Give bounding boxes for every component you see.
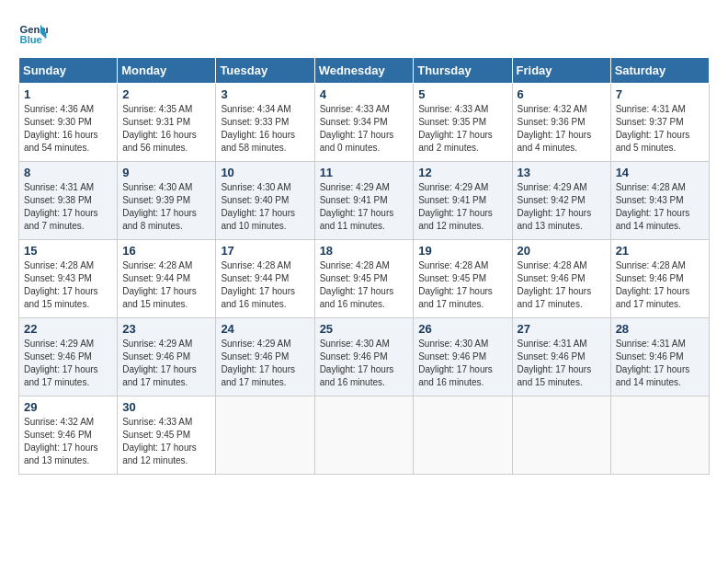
calendar-cell: 28 Sunrise: 4:31 AM Sunset: 9:46 PM Dayl… bbox=[610, 318, 709, 396]
day-number: 18 bbox=[320, 244, 409, 258]
day-number: 12 bbox=[418, 166, 506, 179]
day-number: 5 bbox=[418, 87, 506, 101]
day-info: Sunrise: 4:30 AM Sunset: 9:39 PM Dayligh… bbox=[122, 181, 210, 233]
calendar-cell: 19 Sunrise: 4:28 AM Sunset: 9:45 PM Dayl… bbox=[414, 240, 512, 318]
calendar-cell: 12 Sunrise: 4:29 AM Sunset: 9:41 PM Dayl… bbox=[414, 162, 512, 240]
weekday-header: Wednesday bbox=[314, 58, 414, 84]
day-info: Sunrise: 4:32 AM Sunset: 9:46 PM Dayligh… bbox=[24, 416, 112, 467]
calendar-cell bbox=[314, 396, 414, 475]
day-number: 26 bbox=[418, 322, 506, 336]
day-info: Sunrise: 4:28 AM Sunset: 9:43 PM Dayligh… bbox=[24, 259, 112, 311]
day-info: Sunrise: 4:29 AM Sunset: 9:41 PM Dayligh… bbox=[320, 181, 409, 233]
day-info: Sunrise: 4:29 AM Sunset: 9:41 PM Dayligh… bbox=[418, 181, 506, 233]
calendar-week: 1 Sunrise: 4:36 AM Sunset: 9:30 PM Dayli… bbox=[19, 84, 710, 162]
day-info: Sunrise: 4:31 AM Sunset: 9:46 PM Dayligh… bbox=[518, 338, 606, 389]
calendar-cell: 27 Sunrise: 4:31 AM Sunset: 9:46 PM Dayl… bbox=[512, 318, 610, 396]
day-info: Sunrise: 4:29 AM Sunset: 9:46 PM Dayligh… bbox=[24, 338, 112, 389]
calendar-cell: 20 Sunrise: 4:28 AM Sunset: 9:46 PM Dayl… bbox=[512, 240, 610, 318]
calendar-cell: 21 Sunrise: 4:28 AM Sunset: 9:46 PM Dayl… bbox=[610, 240, 709, 318]
day-info: Sunrise: 4:33 AM Sunset: 9:35 PM Dayligh… bbox=[418, 103, 506, 155]
logo: General Blue bbox=[18, 18, 51, 48]
calendar-cell: 13 Sunrise: 4:29 AM Sunset: 9:42 PM Dayl… bbox=[512, 162, 610, 240]
day-number: 21 bbox=[616, 244, 704, 258]
day-number: 27 bbox=[518, 322, 606, 336]
day-number: 30 bbox=[122, 400, 210, 414]
calendar-cell bbox=[414, 396, 512, 475]
day-info: Sunrise: 4:28 AM Sunset: 9:46 PM Dayligh… bbox=[616, 259, 704, 311]
calendar-cell: 24 Sunrise: 4:29 AM Sunset: 9:46 PM Dayl… bbox=[216, 318, 314, 396]
day-info: Sunrise: 4:31 AM Sunset: 9:46 PM Dayligh… bbox=[616, 338, 704, 389]
day-info: Sunrise: 4:28 AM Sunset: 9:44 PM Dayligh… bbox=[122, 259, 210, 311]
day-number: 6 bbox=[518, 87, 606, 101]
calendar-cell bbox=[216, 396, 314, 475]
calendar-cell: 22 Sunrise: 4:29 AM Sunset: 9:46 PM Dayl… bbox=[19, 318, 118, 396]
calendar-cell: 11 Sunrise: 4:29 AM Sunset: 9:41 PM Dayl… bbox=[314, 162, 414, 240]
day-number: 22 bbox=[24, 322, 112, 336]
calendar-cell: 6 Sunrise: 4:32 AM Sunset: 9:36 PM Dayli… bbox=[512, 84, 610, 162]
day-info: Sunrise: 4:30 AM Sunset: 9:40 PM Dayligh… bbox=[221, 181, 309, 233]
calendar-week: 22 Sunrise: 4:29 AM Sunset: 9:46 PM Dayl… bbox=[19, 318, 710, 396]
calendar-week: 8 Sunrise: 4:31 AM Sunset: 9:38 PM Dayli… bbox=[19, 162, 710, 240]
weekday-header: Saturday bbox=[610, 58, 709, 84]
day-number: 13 bbox=[518, 166, 606, 179]
day-info: Sunrise: 4:28 AM Sunset: 9:46 PM Dayligh… bbox=[518, 259, 606, 311]
day-number: 14 bbox=[616, 166, 704, 179]
day-number: 23 bbox=[122, 322, 210, 336]
day-number: 10 bbox=[221, 166, 309, 179]
calendar-week: 29 Sunrise: 4:32 AM Sunset: 9:46 PM Dayl… bbox=[19, 396, 710, 475]
day-info: Sunrise: 4:34 AM Sunset: 9:33 PM Dayligh… bbox=[221, 103, 309, 155]
weekday-header: Sunday bbox=[19, 58, 118, 84]
calendar-cell: 23 Sunrise: 4:29 AM Sunset: 9:46 PM Dayl… bbox=[118, 318, 216, 396]
calendar-cell bbox=[512, 396, 610, 475]
calendar-cell: 5 Sunrise: 4:33 AM Sunset: 9:35 PM Dayli… bbox=[414, 84, 512, 162]
day-number: 9 bbox=[122, 166, 210, 179]
day-info: Sunrise: 4:28 AM Sunset: 9:45 PM Dayligh… bbox=[320, 259, 409, 311]
day-info: Sunrise: 4:31 AM Sunset: 9:38 PM Dayligh… bbox=[24, 181, 112, 233]
weekday-header: Monday bbox=[118, 58, 216, 84]
calendar-cell: 7 Sunrise: 4:31 AM Sunset: 9:37 PM Dayli… bbox=[610, 84, 709, 162]
calendar-cell: 16 Sunrise: 4:28 AM Sunset: 9:44 PM Dayl… bbox=[118, 240, 216, 318]
day-info: Sunrise: 4:33 AM Sunset: 9:34 PM Dayligh… bbox=[320, 103, 409, 155]
day-number: 19 bbox=[418, 244, 506, 258]
day-info: Sunrise: 4:28 AM Sunset: 9:45 PM Dayligh… bbox=[418, 259, 506, 311]
day-number: 24 bbox=[221, 322, 309, 336]
calendar-cell: 4 Sunrise: 4:33 AM Sunset: 9:34 PM Dayli… bbox=[314, 84, 414, 162]
calendar-cell: 26 Sunrise: 4:30 AM Sunset: 9:46 PM Dayl… bbox=[414, 318, 512, 396]
calendar-header: SundayMondayTuesdayWednesdayThursdayFrid… bbox=[19, 58, 710, 84]
calendar-cell bbox=[610, 396, 709, 475]
day-number: 4 bbox=[320, 87, 409, 101]
day-info: Sunrise: 4:35 AM Sunset: 9:31 PM Dayligh… bbox=[122, 103, 210, 155]
day-number: 1 bbox=[24, 87, 112, 101]
day-info: Sunrise: 4:32 AM Sunset: 9:36 PM Dayligh… bbox=[518, 103, 606, 155]
calendar-cell: 10 Sunrise: 4:30 AM Sunset: 9:40 PM Dayl… bbox=[216, 162, 314, 240]
calendar-cell: 1 Sunrise: 4:36 AM Sunset: 9:30 PM Dayli… bbox=[19, 84, 118, 162]
weekday-header: Friday bbox=[512, 58, 610, 84]
day-info: Sunrise: 4:28 AM Sunset: 9:43 PM Dayligh… bbox=[616, 181, 704, 233]
day-number: 7 bbox=[616, 87, 704, 101]
day-info: Sunrise: 4:28 AM Sunset: 9:44 PM Dayligh… bbox=[221, 259, 309, 311]
day-info: Sunrise: 4:36 AM Sunset: 9:30 PM Dayligh… bbox=[24, 103, 112, 155]
day-number: 20 bbox=[518, 244, 606, 258]
day-info: Sunrise: 4:30 AM Sunset: 9:46 PM Dayligh… bbox=[418, 338, 506, 389]
svg-text:Blue: Blue bbox=[20, 34, 42, 45]
calendar-cell: 17 Sunrise: 4:28 AM Sunset: 9:44 PM Dayl… bbox=[216, 240, 314, 318]
day-number: 2 bbox=[122, 87, 210, 101]
calendar-cell: 25 Sunrise: 4:30 AM Sunset: 9:46 PM Dayl… bbox=[314, 318, 414, 396]
logo-icon: General Blue bbox=[18, 18, 48, 48]
day-info: Sunrise: 4:30 AM Sunset: 9:46 PM Dayligh… bbox=[320, 338, 409, 389]
calendar-cell: 14 Sunrise: 4:28 AM Sunset: 9:43 PM Dayl… bbox=[610, 162, 709, 240]
day-info: Sunrise: 4:29 AM Sunset: 9:46 PM Dayligh… bbox=[122, 338, 210, 389]
day-number: 25 bbox=[320, 322, 409, 336]
day-number: 3 bbox=[221, 87, 309, 101]
calendar-cell: 3 Sunrise: 4:34 AM Sunset: 9:33 PM Dayli… bbox=[216, 84, 314, 162]
calendar: SundayMondayTuesdayWednesdayThursdayFrid… bbox=[18, 57, 710, 475]
calendar-cell: 8 Sunrise: 4:31 AM Sunset: 9:38 PM Dayli… bbox=[19, 162, 118, 240]
day-number: 11 bbox=[320, 166, 409, 179]
day-number: 8 bbox=[24, 166, 112, 179]
day-info: Sunrise: 4:29 AM Sunset: 9:46 PM Dayligh… bbox=[221, 338, 309, 389]
header: General Blue bbox=[18, 18, 710, 48]
day-number: 15 bbox=[24, 244, 112, 258]
day-number: 17 bbox=[221, 244, 309, 258]
calendar-week: 15 Sunrise: 4:28 AM Sunset: 9:43 PM Dayl… bbox=[19, 240, 710, 318]
calendar-cell: 29 Sunrise: 4:32 AM Sunset: 9:46 PM Dayl… bbox=[19, 396, 118, 475]
